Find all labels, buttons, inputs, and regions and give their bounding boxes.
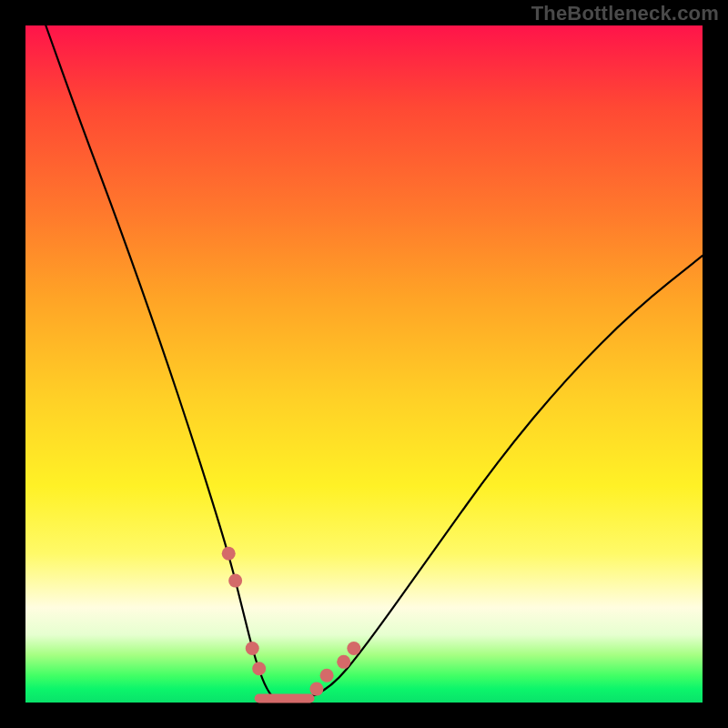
curve-marker bbox=[320, 669, 334, 682]
plot-area bbox=[25, 25, 703, 703]
curve-marker bbox=[222, 547, 236, 561]
watermark-text: TheBottleneck.com bbox=[531, 2, 719, 25]
chart-svg bbox=[25, 25, 703, 703]
curve-marker bbox=[347, 642, 360, 655]
chart-frame: TheBottleneck.com bbox=[0, 0, 728, 728]
curve-marker bbox=[252, 662, 266, 675]
bottleneck-curve bbox=[46, 25, 703, 703]
curve-marker bbox=[309, 682, 323, 696]
marker-group bbox=[222, 547, 361, 696]
curve-marker bbox=[228, 574, 242, 588]
curve-marker bbox=[337, 655, 350, 669]
curve-marker bbox=[246, 642, 259, 655]
